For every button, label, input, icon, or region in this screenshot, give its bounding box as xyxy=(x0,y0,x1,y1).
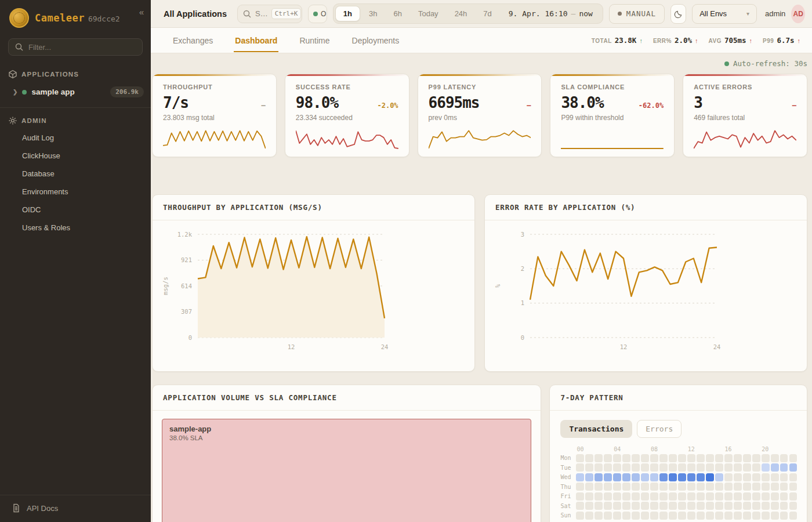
time-range-24h[interactable]: 24h xyxy=(447,6,475,21)
dark-mode-toggle[interactable] xyxy=(670,4,686,24)
heatmap-cell xyxy=(576,512,583,520)
heatmap-cell xyxy=(780,454,788,462)
kpi-success-rate: SUCCESS RATE 98.0%-2.0% 23.334 succeeded xyxy=(285,74,409,157)
time-range-6h[interactable]: 6h xyxy=(386,6,409,21)
heatmap-cell xyxy=(594,512,602,520)
heatmap-cell xyxy=(613,463,621,472)
svg-text:0: 0 xyxy=(521,334,524,341)
online-status-chip[interactable]: O xyxy=(308,5,327,23)
sidebar-item-users-roles[interactable]: Users & Roles xyxy=(0,219,151,237)
svg-text:24: 24 xyxy=(381,343,389,350)
sidebar-item-api-docs[interactable]: API Docs xyxy=(0,495,151,522)
bottom-row: APPLICATION VOLUME VS SLA COMPLIANCE sam… xyxy=(152,385,807,522)
chevron-right-icon[interactable]: ❯ xyxy=(13,89,17,95)
time-range-7d[interactable]: 7d xyxy=(476,6,499,21)
up-arrow-icon: ↑ xyxy=(749,37,753,44)
heatmap-cell xyxy=(743,473,751,481)
kpi-value: 3 xyxy=(694,94,702,111)
time-range-1h[interactable]: 1h xyxy=(335,6,360,21)
heatmap-cell xyxy=(789,492,797,501)
tab-deployments[interactable]: Deployments xyxy=(351,29,401,52)
document-icon xyxy=(12,503,21,513)
heatmap-cell xyxy=(650,512,658,520)
sparkline xyxy=(429,128,531,151)
heatmap-day-label: Fri xyxy=(560,493,576,499)
sidebar-collapse-icon[interactable]: « xyxy=(139,7,144,17)
heatmap-cell xyxy=(622,502,630,510)
heatmap-cell xyxy=(594,473,602,481)
heatmap-cell xyxy=(724,483,732,491)
time-range-today[interactable]: Today xyxy=(411,6,446,21)
status-dot xyxy=(22,90,27,95)
search-shortcut: Ctrl+K xyxy=(271,8,302,19)
heatmap-cell xyxy=(789,473,797,481)
charts-row: THROUGHPUT BY APPLICATION (MSG/S) 030761… xyxy=(152,194,807,372)
heatmap-cell xyxy=(734,512,741,520)
error-rate-line-chart: 01231224% xyxy=(488,225,804,370)
sidebar-item-sample-app[interactable]: ❯ sample app 206.9k xyxy=(0,82,151,102)
app-name: sample app xyxy=(31,88,74,96)
time-display[interactable]: 9. Apr. 16:10–now xyxy=(501,9,601,18)
svg-text:%: % xyxy=(494,284,501,288)
heatmap-cell xyxy=(724,502,732,510)
chevron-down-icon: ▾ xyxy=(746,10,749,17)
heatmap-cell xyxy=(752,502,760,510)
heatmap-cell xyxy=(678,473,686,481)
env-select[interactable]: All Envs ▾ xyxy=(692,4,757,24)
sidebar-item-oidc[interactable]: OIDC xyxy=(0,201,151,219)
toggle-transactions[interactable]: Transactions xyxy=(560,420,632,438)
heatmap-row: Fri xyxy=(560,492,799,501)
sidebar-filter[interactable] xyxy=(8,38,143,56)
tab-runtime[interactable]: Runtime xyxy=(298,29,331,52)
heatmap-cell xyxy=(706,512,713,520)
tab-dashboard[interactable]: Dashboard xyxy=(234,29,278,52)
heatmap-cell xyxy=(669,502,676,510)
heatmap-cell xyxy=(715,473,723,481)
heatmap-cell xyxy=(678,483,686,491)
sidebar: Cameleer69dcce2 « APPLICATIONS ❯ sample … xyxy=(0,0,151,522)
heatmap-cell xyxy=(687,502,695,510)
svg-text:307: 307 xyxy=(181,308,192,315)
chart-title: APPLICATION VOLUME VS SLA COMPLIANCE xyxy=(163,393,530,402)
heatmap-cell xyxy=(697,483,704,491)
heatmap-cell xyxy=(724,512,732,520)
heatmap-cell xyxy=(789,463,797,472)
filter-input[interactable] xyxy=(28,43,136,52)
time-range-3h[interactable]: 3h xyxy=(361,6,385,21)
time-range-group: 1h 3h 6h Today 24h 7d 9. Apr. 16:10–now xyxy=(333,3,603,24)
throughput-chart-card: THROUGHPUT BY APPLICATION (MSG/S) 030761… xyxy=(152,194,475,372)
heatmap-cell xyxy=(669,512,676,520)
heatmap-cell xyxy=(669,463,676,472)
avatar[interactable]: AD xyxy=(791,5,805,23)
global-search[interactable]: S… Ctrl+K xyxy=(237,5,302,23)
heatmap-cell xyxy=(576,463,583,472)
heatmap-cell xyxy=(715,492,723,501)
heatmap-cell xyxy=(734,492,741,501)
heatmap-cell xyxy=(641,502,648,510)
chart-title: ERROR RATE BY APPLICATION (%) xyxy=(495,203,796,212)
heatmap-cell xyxy=(622,483,630,491)
heatmap-grid: MonTueWedThuFriSatSun xyxy=(560,454,799,520)
heatmap-cell xyxy=(641,463,648,472)
kpi-delta: – xyxy=(792,102,796,110)
heatmap-cell xyxy=(752,492,760,501)
heatmap-cell xyxy=(734,454,741,462)
sidebar-item-audit-log[interactable]: Audit Log xyxy=(0,129,151,147)
search-text: S… xyxy=(255,9,268,18)
sidebar-item-database[interactable]: Database xyxy=(0,165,151,183)
kpi-subtext: prev 0ms xyxy=(429,114,531,122)
seven-day-pattern-card: 7-DAY PATTERN Transactions Errors 000408… xyxy=(549,385,807,522)
heatmap-cell xyxy=(641,512,648,520)
manual-refresh-button[interactable]: MANUAL xyxy=(609,4,665,24)
toggle-errors[interactable]: Errors xyxy=(637,420,682,438)
heatmap-cell xyxy=(659,512,667,520)
heatmap-cell xyxy=(789,454,797,462)
sidebar-item-environments[interactable]: Environments xyxy=(0,183,151,201)
svg-text:1.2k: 1.2k xyxy=(177,231,193,238)
treemap-node-sample-app[interactable]: sample-app 38.0% SLA xyxy=(162,419,531,522)
heatmap-cell xyxy=(604,454,611,462)
tab-exchanges[interactable]: Exchanges xyxy=(172,29,214,52)
sidebar-item-clickhouse[interactable]: ClickHouse xyxy=(0,147,151,165)
kpi-value: 6695ms xyxy=(429,94,480,111)
heatmap-cell xyxy=(613,454,621,462)
